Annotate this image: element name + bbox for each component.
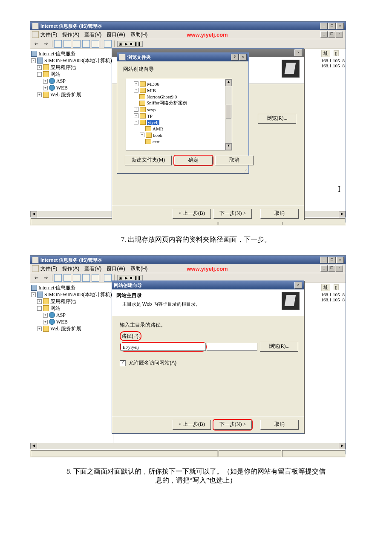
tree-ext[interactable]: Web 服务扩展 — [50, 325, 81, 332]
expand-icon[interactable]: - — [31, 292, 36, 297]
path-input-ext[interactable] — [207, 343, 257, 351]
mdi-minimize-button[interactable]: _ — [320, 31, 328, 38]
menu-view[interactable]: 查看(V) — [84, 265, 101, 272]
tree-pool[interactable]: 应用程序池 — [50, 298, 76, 305]
tree-pool[interactable]: 应用程序池 — [50, 64, 76, 71]
menu-window[interactable]: 窗口(W) — [107, 31, 125, 38]
next-button[interactable]: 下一步(N) > — [213, 420, 252, 430]
menu-action[interactable]: 操作(A) — [62, 265, 79, 272]
browse-button[interactable]: 浏览(R)... — [258, 114, 296, 124]
folder-md06[interactable]: MD06 — [147, 81, 159, 87]
tree-sites[interactable]: 网站 — [50, 71, 61, 78]
folder-szxp[interactable]: szxp — [147, 107, 156, 112]
close-button[interactable]: × — [294, 282, 302, 289]
maximize-button[interactable]: □ — [328, 23, 336, 29]
tree-web[interactable]: WEB — [56, 85, 68, 91]
help-icon[interactable] — [104, 40, 112, 48]
tb-icon-3[interactable] — [72, 40, 81, 48]
expand-icon[interactable]: + — [37, 65, 42, 70]
mdi-restore-button[interactable]: ❐ — [328, 265, 335, 272]
tree-root[interactable]: Internet 信息服务 — [38, 284, 76, 292]
cancel-button[interactable]: 取消 — [260, 209, 299, 219]
maximize-button[interactable]: □ — [328, 257, 336, 263]
menu-file[interactable]: 文件(F) — [40, 31, 57, 38]
folder-yiyelj-selected[interactable]: yiyelj — [147, 120, 159, 125]
menu-action[interactable]: 操作(A) — [62, 31, 79, 38]
ok-button[interactable]: 确定 — [174, 156, 213, 165]
expand-icon[interactable]: + — [37, 299, 42, 304]
folder-sniffer[interactable]: Sniffer网络分析案例 — [147, 100, 187, 106]
resize-grip-icon[interactable]: ⋰ — [243, 168, 248, 173]
tree-web[interactable]: WEB — [56, 319, 68, 325]
expand-icon[interactable]: + — [43, 79, 48, 84]
forward-button[interactable]: ⇒ — [41, 274, 50, 282]
folder-tp[interactable]: TP — [147, 113, 153, 119]
mdi-close-button[interactable]: × — [336, 265, 343, 272]
play-stop-controls[interactable]: ▣ ▶ ■ ❚❚ — [117, 275, 143, 281]
folder-amr[interactable]: AMR — [153, 126, 163, 131]
browse-button[interactable]: 浏览(R)... — [260, 342, 298, 352]
next-button[interactable]: 下一步(N) > — [213, 209, 252, 219]
tree-sites[interactable]: 网站 — [50, 305, 61, 312]
folder-cert[interactable]: cert — [153, 139, 159, 144]
expand-icon[interactable]: + — [134, 88, 138, 92]
folder-norton[interactable]: NortonGhost9.0 — [147, 94, 177, 99]
mdi-close-button[interactable]: × — [336, 31, 343, 38]
up-icon[interactable] — [54, 274, 62, 282]
scroll-right-icon[interactable]: ▶ — [339, 211, 346, 217]
cancel-button[interactable]: 取消 — [215, 156, 254, 165]
column-header[interactable]: 址 — [321, 284, 330, 291]
expand-icon[interactable]: + — [134, 113, 138, 118]
folder-mib[interactable]: MIB — [147, 88, 156, 93]
up-icon[interactable] — [54, 40, 62, 48]
expand-icon[interactable]: - — [31, 58, 36, 63]
minimize-button[interactable]: _ — [320, 257, 328, 263]
close-button[interactable]: × — [336, 23, 344, 29]
expand-icon[interactable]: + — [43, 313, 48, 318]
tree-host[interactable]: SIMON-WIN2003(本地计算机) — [44, 57, 112, 64]
collapse-icon[interactable]: - — [134, 120, 138, 124]
tree-host[interactable]: SIMON-WIN2003(本地计算机) — [44, 291, 112, 298]
expand-icon[interactable]: + — [43, 86, 48, 90]
back-button[interactable]: ⇐ — [32, 40, 40, 48]
scroll-down-icon[interactable]: ▼ — [225, 143, 232, 150]
mdi-minimize-button[interactable]: _ — [320, 265, 328, 272]
refresh-icon[interactable] — [82, 274, 90, 282]
expand-icon[interactable]: + — [37, 92, 42, 97]
folder-book[interactable]: book — [153, 133, 162, 138]
help-button[interactable]: ? — [231, 54, 239, 61]
tb-icon-5[interactable] — [91, 274, 100, 282]
tree-pane[interactable]: Internet 信息服务 -SIMON-WIN2003(本地计算机) +应用程… — [30, 283, 113, 443]
close-button[interactable]: × — [336, 257, 344, 263]
minimize-button[interactable]: _ — [320, 23, 328, 29]
back-button[interactable]: ⇐ — [32, 274, 40, 282]
vertical-scrollbar[interactable]: ▲ ▼ — [225, 79, 232, 150]
close-button[interactable]: × — [239, 54, 247, 61]
tb-icon-2[interactable] — [63, 274, 72, 282]
tree-pane[interactable]: Internet 信息服务 -SIMON-WIN2003(本地计算机) +应用程… — [30, 49, 113, 211]
expand-icon[interactable]: + — [140, 133, 144, 137]
refresh-icon[interactable] — [82, 40, 90, 48]
forward-button[interactable]: ⇒ — [41, 40, 50, 48]
expand-icon[interactable]: + — [43, 320, 48, 324]
expand-icon[interactable]: - — [37, 306, 42, 311]
horizontal-scrollbar[interactable]: ◀ ▶ — [30, 443, 346, 449]
cancel-button[interactable]: 取消 — [260, 420, 299, 430]
menu-help[interactable]: 帮助(H) — [130, 31, 148, 38]
tb-icon-3[interactable] — [72, 274, 81, 282]
play-stop-controls[interactable]: ▣ ▶ ■ ❚❚ — [117, 41, 143, 47]
expand-icon[interactable]: + — [37, 327, 42, 331]
back-button[interactable]: < 上一步(B) — [173, 209, 211, 219]
scroll-left-icon[interactable]: ◀ — [30, 211, 37, 217]
mdi-restore-button[interactable]: ❐ — [328, 31, 335, 38]
menu-window[interactable]: 窗口(W) — [107, 265, 125, 272]
menu-file[interactable]: 文件(F) — [40, 265, 57, 272]
scroll-right-icon[interactable]: ▶ — [339, 443, 346, 449]
wizard-close-button[interactable]: × — [294, 49, 302, 56]
menu-help[interactable]: 帮助(H) — [130, 265, 148, 272]
tree-root[interactable]: Internet 信息服务 — [38, 50, 76, 58]
anonymous-checkbox[interactable] — [120, 360, 126, 366]
scroll-up-icon[interactable]: ▲ — [225, 79, 232, 86]
new-folder-button[interactable]: 新建文件夹(M) — [125, 156, 172, 165]
path-input[interactable] — [121, 343, 206, 351]
